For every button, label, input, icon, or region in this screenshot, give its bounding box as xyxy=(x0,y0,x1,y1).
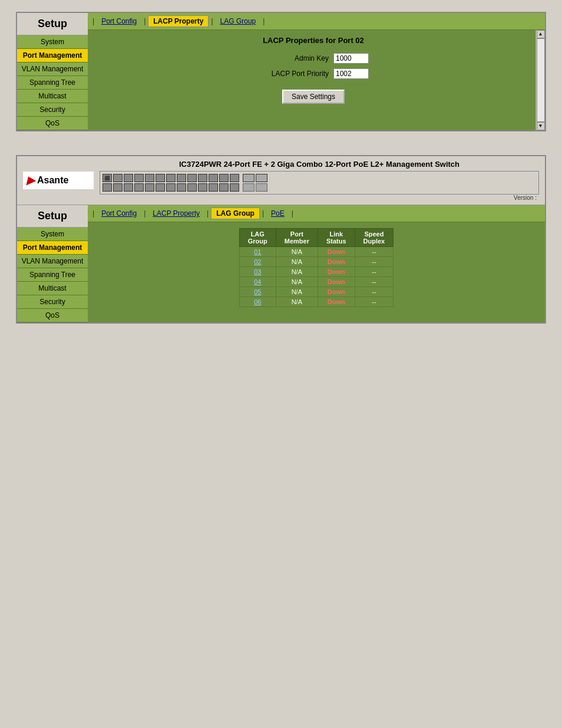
lag-table-row: 03N/ADown-- xyxy=(239,267,394,277)
sidebar-item-vlan-management[interactable]: VLAN Management xyxy=(17,62,88,76)
panel1-content-body: LACP Properties for Port 02 Admin Key LA… xyxy=(88,30,545,130)
logo-text: Asante xyxy=(37,175,68,186)
panel2-tab-bar: | Port Config | LACP Property | LAG Grou… xyxy=(88,205,545,222)
panel2-sidebar-title: Setup xyxy=(17,205,88,228)
port-member-cell: N/A xyxy=(276,297,318,307)
lag-group-cell[interactable]: 01 xyxy=(239,247,276,257)
save-btn-row: Save Settings xyxy=(94,84,533,104)
port-icon-11 xyxy=(209,174,218,182)
port-icon-b1 xyxy=(103,183,112,192)
save-settings-button[interactable]: Save Settings xyxy=(282,90,345,104)
port-icon-b8 xyxy=(177,183,186,192)
sidebar-item-security[interactable]: Security xyxy=(17,103,88,117)
tab-sep-3: | xyxy=(211,17,213,25)
panel2-sidebar-item-port-management[interactable]: Port Management xyxy=(17,241,88,255)
link-status-cell: Down xyxy=(318,267,355,277)
port-icon-3 xyxy=(124,174,133,182)
panel1-sidebar: Setup System Port Management VLAN Manage… xyxy=(17,13,88,130)
lag-table-row: 04N/ADown-- xyxy=(239,277,394,287)
lag-table-row: 01N/ADown-- xyxy=(239,247,394,257)
link-status-cell: Down xyxy=(318,287,355,297)
panel2-tab-lag-group[interactable]: LAG Group xyxy=(211,207,260,219)
panel2-tab-sep-5: | xyxy=(292,209,293,218)
admin-key-input[interactable] xyxy=(333,53,369,64)
device-name: IC3724PWR 24-Port FE + 2 Giga Combo 12-P… xyxy=(100,160,539,169)
port-member-cell: N/A xyxy=(276,287,318,297)
panel2-sidebar-item-multicast[interactable]: Multicast xyxy=(17,282,88,295)
port-icon-9 xyxy=(187,174,197,182)
port-icon-b6 xyxy=(156,183,165,192)
port-diagram: ⬛ xyxy=(100,171,539,195)
panel2-sidebar-item-security[interactable]: Security xyxy=(17,295,88,309)
panel2-sidebar-item-qos[interactable]: QoS xyxy=(17,309,88,322)
lag-table-row: 02N/ADown-- xyxy=(239,257,394,267)
sidebar-item-spanning-tree[interactable]: Spanning Tree xyxy=(17,76,88,90)
port-icon-10 xyxy=(198,174,207,182)
panel1-scrollbar[interactable]: ▲ ▼ xyxy=(535,30,545,130)
speed-duplex-cell: -- xyxy=(355,287,394,297)
port-member-cell: N/A xyxy=(276,267,318,277)
logo-area: ▶ Asante xyxy=(23,172,94,189)
port-icon-b10 xyxy=(198,183,207,192)
panel2-tab-lacp-property[interactable]: LACP Property xyxy=(148,208,204,219)
panel1-form-title: LACP Properties for Port 02 xyxy=(94,36,533,45)
tab-lag-group[interactable]: LAG Group xyxy=(216,16,261,27)
port-row-1: ⬛ xyxy=(103,174,536,182)
port-icon-12 xyxy=(219,174,229,182)
sidebar-item-multicast[interactable]: Multicast xyxy=(17,90,88,103)
port-icon-b7 xyxy=(166,183,176,192)
port-icon-8 xyxy=(177,174,186,182)
port-icon-6 xyxy=(156,174,165,182)
port-icon-c2 xyxy=(256,183,267,192)
port-member-cell: N/A xyxy=(276,247,318,257)
sidebar-item-system[interactable]: System xyxy=(17,35,88,49)
port-icon-1: ⬛ xyxy=(103,174,112,182)
port-icon-special-1 xyxy=(243,174,254,182)
panel2-body-row: Setup System Port Management VLAN Manage… xyxy=(17,205,545,322)
panel2-tab-poe[interactable]: PoE xyxy=(266,208,289,219)
lag-table-row: 05N/ADown-- xyxy=(239,287,394,297)
panel2: ▶ Asante IC3724PWR 24-Port FE + 2 Giga C… xyxy=(16,155,546,324)
lag-table-header-member: PortMember xyxy=(276,229,318,247)
panel2-main: | Port Config | LACP Property | LAG Grou… xyxy=(88,205,545,322)
lag-group-cell[interactable]: 02 xyxy=(239,257,276,267)
port-icon-b12 xyxy=(219,183,229,192)
lag-group-cell[interactable]: 06 xyxy=(239,297,276,307)
scroll-up-btn[interactable]: ▲ xyxy=(537,30,545,38)
port-icon-b5 xyxy=(145,183,154,192)
panel2-sidebar-item-vlan-management[interactable]: VLAN Management xyxy=(17,255,88,268)
lag-table-header-group: LAGGroup xyxy=(239,229,276,247)
lag-group-cell[interactable]: 04 xyxy=(239,277,276,287)
port-icon-special-2 xyxy=(256,174,267,182)
lag-group-cell[interactable]: 03 xyxy=(239,267,276,277)
link-status-cell: Down xyxy=(318,297,355,307)
lag-table-header-status: LinkStatus xyxy=(318,229,355,247)
lacp-priority-input[interactable] xyxy=(333,68,369,79)
tab-sep-1: | xyxy=(92,17,94,25)
screenshot-container: Setup System Port Management VLAN Manage… xyxy=(16,12,546,324)
port-icon-5 xyxy=(145,174,154,182)
lag-table-header-speed: SpeedDuplex xyxy=(355,229,394,247)
lag-table: LAGGroup PortMember LinkStatus SpeedDupl… xyxy=(239,228,394,307)
port-member-cell: N/A xyxy=(276,257,318,267)
lag-group-cell[interactable]: 05 xyxy=(239,287,276,297)
panel2-sidebar-item-spanning-tree[interactable]: Spanning Tree xyxy=(17,268,88,282)
speed-duplex-cell: -- xyxy=(355,257,394,267)
panel2-sidebar: Setup System Port Management VLAN Manage… xyxy=(17,205,88,322)
sidebar-item-qos[interactable]: QoS xyxy=(17,117,88,130)
scroll-down-btn[interactable]: ▼ xyxy=(537,122,545,130)
panel2-sidebar-item-system[interactable]: System xyxy=(17,228,88,241)
panel1-tab-bar: | Port Config | LACP Property | LAG Grou… xyxy=(88,13,545,30)
scroll-track[interactable] xyxy=(537,38,545,122)
tab-port-config[interactable]: Port Config xyxy=(97,16,141,27)
sidebar-item-port-management[interactable]: Port Management xyxy=(17,49,88,62)
panel2-tab-port-config[interactable]: Port Config xyxy=(97,208,141,219)
tab-lacp-property[interactable]: LACP Property xyxy=(148,15,209,27)
port-icon-b9 xyxy=(187,183,197,192)
lag-table-container: LAGGroup PortMember LinkStatus SpeedDupl… xyxy=(88,222,545,313)
tab-sep-2: | xyxy=(144,17,146,25)
port-icon-b4 xyxy=(134,183,144,192)
port-icon-b2 xyxy=(113,183,123,192)
device-header: ▶ Asante IC3724PWR 24-Port FE + 2 Giga C… xyxy=(17,156,545,205)
speed-duplex-cell: -- xyxy=(355,247,394,257)
